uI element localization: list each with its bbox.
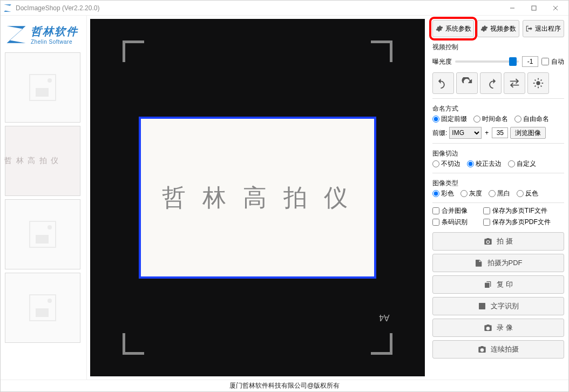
document-handwriting: 哲 林 高 拍 仪 xyxy=(162,182,353,214)
camera-viewport[interactable]: A4 哲 林 高 拍 仪 xyxy=(90,19,425,376)
system-settings-button[interactable]: 系统参数 xyxy=(432,20,474,37)
brightness-icon xyxy=(532,77,544,89)
exposure-label: 曝光度 xyxy=(432,57,452,66)
trim-custom-radio[interactable]: 自定义 xyxy=(508,159,536,168)
svg-line-12 xyxy=(541,80,542,81)
imgtype-invert-radio[interactable]: 反色 xyxy=(517,189,538,198)
record-button[interactable]: 录 像 xyxy=(432,319,564,337)
rotate-right-button[interactable] xyxy=(480,72,502,94)
imgtype-bw-radio[interactable]: 黑白 xyxy=(489,189,510,198)
naming-custom-radio[interactable]: 自由命名 xyxy=(514,114,549,124)
copyright-text: 厦门哲林软件科技有限公司@版权所有 xyxy=(229,381,340,390)
titlebar: DocImageShop (Ver2.2.20.0) xyxy=(1,1,568,16)
tif-checkbox[interactable]: 保存为多页TIF文件 xyxy=(483,206,564,215)
rotate-right-icon xyxy=(485,77,497,89)
capture-pdf-button[interactable]: 拍摄为PDF xyxy=(432,254,564,272)
crop-corner-tl xyxy=(123,40,144,62)
imgtype-gray-radio[interactable]: 灰度 xyxy=(460,189,482,198)
svg-line-9 xyxy=(535,80,536,81)
exit-button[interactable]: 退出程序 xyxy=(523,20,564,37)
copy-button[interactable]: 复 印 xyxy=(432,275,564,294)
brand: 哲林软件 Zhelin Software xyxy=(5,19,82,50)
trim-none-radio[interactable]: 不切边 xyxy=(432,159,460,168)
rotate-left-icon xyxy=(437,77,449,89)
crop-corner-tr xyxy=(371,40,392,62)
capture-button[interactable]: 拍 摄 xyxy=(432,232,564,251)
crop-corner-br xyxy=(371,333,392,355)
a4-label: A4 xyxy=(379,313,390,322)
minimize-button[interactable] xyxy=(502,2,523,14)
naming-time-radio[interactable]: 时间命名 xyxy=(473,114,508,124)
refresh-icon xyxy=(461,77,473,89)
naming-fixed-radio[interactable]: 固定前缀 xyxy=(432,114,467,124)
left-sidebar: 哲林软件 Zhelin Software 哲 林 高 拍 仪 xyxy=(1,16,87,380)
gear-icon xyxy=(436,25,443,32)
brand-en: Zhelin Software xyxy=(31,39,78,45)
thumbnail-placeholder[interactable] xyxy=(5,199,80,269)
thumbnail-placeholder[interactable] xyxy=(5,52,80,123)
browse-images-button[interactable]: 浏览图像 xyxy=(510,127,546,139)
svg-line-11 xyxy=(535,86,536,87)
video-control-title: 视频控制 xyxy=(432,42,564,53)
statusbar: 厦门哲林软件科技有限公司@版权所有 xyxy=(1,380,568,391)
center-panel: A4 哲 林 高 拍 仪 xyxy=(87,16,428,380)
flip-button[interactable] xyxy=(504,72,525,94)
merge-checkbox[interactable]: 合并图像 xyxy=(432,206,483,215)
exposure-value-input[interactable] xyxy=(522,56,538,67)
pdf-icon xyxy=(475,259,483,267)
close-button[interactable] xyxy=(545,2,566,14)
thumbnail-placeholder[interactable] xyxy=(5,273,80,343)
right-panel: 系统参数 视频参数 退出程序 视频控制 曝光度 自动 xyxy=(428,16,568,380)
copy-icon xyxy=(484,280,492,289)
ocr-button[interactable]: 文字识别 xyxy=(432,297,564,315)
svg-rect-1 xyxy=(532,6,536,10)
flip-icon xyxy=(509,77,520,89)
camera-icon xyxy=(484,323,492,332)
detected-document: 哲 林 高 拍 仪 xyxy=(139,117,376,279)
brand-cn: 哲林软件 xyxy=(31,24,78,39)
barcode-checkbox[interactable]: 条码识别 xyxy=(432,218,483,227)
maximize-button[interactable] xyxy=(523,2,545,14)
thumbnail-preview[interactable]: 哲 林 高 拍 仪 xyxy=(5,126,80,196)
exposure-slider[interactable] xyxy=(455,60,519,63)
brand-logo-icon xyxy=(5,23,28,46)
svg-line-10 xyxy=(541,86,542,87)
camera-icon xyxy=(478,345,486,354)
continuous-capture-button[interactable]: 连续拍摄 xyxy=(432,340,564,359)
app-logo-icon xyxy=(3,3,12,13)
imgtype-title: 图像类型 xyxy=(432,178,564,189)
rotate-left-button[interactable] xyxy=(432,72,454,94)
camera-icon xyxy=(484,237,492,246)
pdf-checkbox[interactable]: 保存为多页PDF文件 xyxy=(483,218,564,227)
prefix-counter-input[interactable] xyxy=(492,127,508,138)
ocr-icon xyxy=(478,302,486,310)
naming-title: 命名方式 xyxy=(432,103,564,114)
prefix-select[interactable]: IMG xyxy=(449,127,482,139)
video-settings-button[interactable]: 视频参数 xyxy=(477,20,519,37)
imgtype-color-radio[interactable]: 彩色 xyxy=(432,189,454,198)
svg-point-4 xyxy=(536,81,540,85)
trim-title: 图像切边 xyxy=(432,148,564,159)
crop-corner-bl xyxy=(123,333,144,355)
exposure-auto-checkbox[interactable]: 自动 xyxy=(541,57,564,66)
exit-icon xyxy=(525,25,533,32)
app-title: DocImageShop (Ver2.2.20.0) xyxy=(16,4,502,12)
refresh-button[interactable] xyxy=(456,72,478,94)
prefix-label: 前缀: xyxy=(432,129,447,138)
brightness-button[interactable] xyxy=(527,72,549,94)
gear-icon xyxy=(480,25,488,32)
trim-correct-radio[interactable]: 校正去边 xyxy=(467,159,502,168)
